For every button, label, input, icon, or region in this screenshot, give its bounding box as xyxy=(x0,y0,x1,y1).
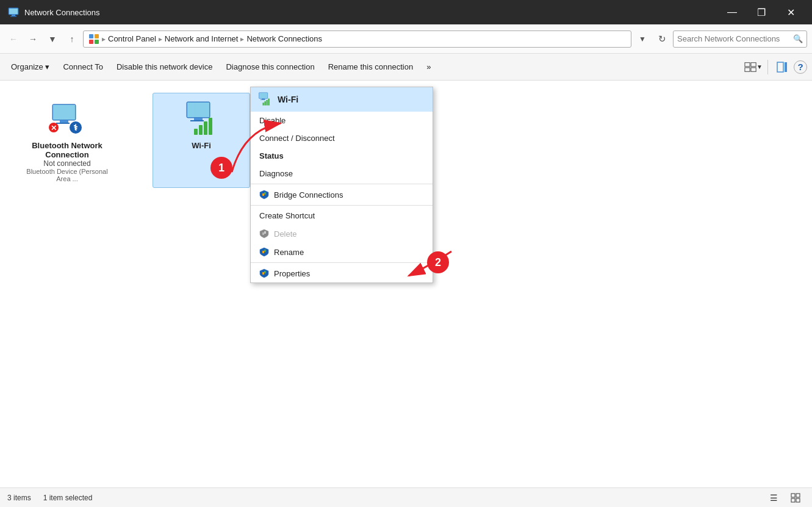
svg-rect-53 xyxy=(262,272,264,275)
up-button[interactable]: ↑ xyxy=(63,31,81,48)
window-controls: — ❐ ✕ xyxy=(718,3,805,21)
svg-rect-40 xyxy=(259,93,268,98)
refresh-button[interactable]: ↻ xyxy=(653,31,670,48)
context-menu-create-shortcut[interactable]: Create Shortcut xyxy=(251,207,433,225)
connect-to-button[interactable]: Connect To xyxy=(57,57,109,77)
details-pane-button[interactable] xyxy=(773,58,791,76)
svg-rect-16 xyxy=(60,120,68,123)
svg-rect-15 xyxy=(53,105,75,120)
path-control-panel[interactable]: Control Panel xyxy=(108,34,156,43)
address-path: ▸ Control Panel ▸ Network and Internet ▸… xyxy=(83,31,631,48)
svg-rect-49 xyxy=(262,232,264,235)
window-title: Network Connections xyxy=(24,8,718,17)
context-menu-diagnose[interactable]: Diagnose xyxy=(251,165,433,182)
diagnose-button[interactable]: Diagnose this connection xyxy=(220,57,320,77)
title-bar-icon xyxy=(7,6,20,18)
context-menu-title: Wi-Fi xyxy=(278,95,298,104)
status-list-view[interactable]: ☰ xyxy=(764,489,783,507)
svg-rect-46 xyxy=(263,102,264,106)
path-dropdown-button[interactable]: ▼ xyxy=(634,31,651,48)
path-sep-3: ▸ xyxy=(240,35,244,43)
bluetooth-icon: ✕ ⚕ xyxy=(48,98,87,137)
maximize-button[interactable]: ❐ xyxy=(747,3,775,21)
control-panel-icon xyxy=(88,34,99,45)
context-menu-status[interactable]: Status xyxy=(251,147,433,165)
svg-rect-58 xyxy=(796,494,800,497)
svg-rect-5 xyxy=(95,34,99,38)
svg-text:⚕: ⚕ xyxy=(73,123,78,132)
search-icon: 🔍 xyxy=(793,34,803,43)
view-options-icon xyxy=(744,62,756,73)
context-menu-sep-2 xyxy=(251,205,433,206)
toolbar-separator xyxy=(767,60,768,74)
disable-button[interactable]: Disable this network device xyxy=(110,57,219,77)
path-sep-1: ▸ xyxy=(102,35,106,43)
context-menu-header: Wi-Fi xyxy=(251,87,433,112)
svg-rect-23 xyxy=(187,102,209,117)
status-bar: 3 items 1 item selected ☰ xyxy=(0,487,812,507)
help-button[interactable]: ? xyxy=(794,60,807,74)
svg-rect-2 xyxy=(10,16,16,17)
main-content: ✕ ⚕ Bluetooth Network Connection Not con… xyxy=(0,81,812,487)
svg-rect-29 xyxy=(194,129,198,135)
path-sep-2: ▸ xyxy=(159,35,162,43)
context-menu-connect-disconnect[interactable]: Connect / Disconnect xyxy=(251,129,433,147)
search-input[interactable] xyxy=(677,34,793,43)
rename-button[interactable]: Rename this connection xyxy=(322,57,419,77)
svg-rect-9 xyxy=(751,62,756,66)
forward-button[interactable]: → xyxy=(24,31,41,48)
more-button[interactable]: » xyxy=(420,57,437,77)
svg-rect-50 xyxy=(264,231,266,234)
path-network-connections[interactable]: Network Connections xyxy=(246,34,322,43)
context-menu-bridge[interactable]: Bridge Connections xyxy=(251,185,433,204)
back-button[interactable]: ← xyxy=(5,31,22,48)
minimize-button[interactable]: — xyxy=(718,3,746,21)
shield-icon-delete xyxy=(259,229,269,239)
svg-rect-42 xyxy=(260,99,265,100)
network-item-wifi[interactable]: Wi-Fi xyxy=(153,93,250,188)
svg-rect-59 xyxy=(791,498,795,502)
details-pane-icon xyxy=(777,62,788,73)
disable-label: Disable xyxy=(259,116,286,125)
toolbar: Organize ▾ Connect To Disable this netwo… xyxy=(0,54,812,81)
svg-rect-6 xyxy=(89,40,93,44)
context-menu-disable[interactable]: Disable xyxy=(251,112,433,129)
bridge-label: Bridge Connections xyxy=(274,190,343,200)
svg-rect-57 xyxy=(791,494,795,497)
shield-icon-bridge xyxy=(259,190,269,200)
context-menu-wifi-icon xyxy=(258,92,273,107)
status-tile-view[interactable] xyxy=(786,489,805,507)
context-menu-sep-1 xyxy=(251,184,433,184)
svg-rect-8 xyxy=(745,62,750,66)
svg-rect-43 xyxy=(265,101,266,106)
address-bar: ← → ▼ ↑ ▸ Control Panel ▸ Network and In… xyxy=(0,24,812,54)
svg-rect-17 xyxy=(56,123,70,124)
recent-locations-button[interactable]: ▼ xyxy=(44,31,61,48)
svg-rect-28 xyxy=(209,118,212,135)
svg-rect-47 xyxy=(262,193,264,196)
properties-label: Properties xyxy=(274,269,310,278)
diagnose-label: Diagnose xyxy=(259,169,293,178)
svg-rect-54 xyxy=(264,271,266,273)
shield-icon-properties xyxy=(259,268,269,278)
status-label: Status xyxy=(259,151,284,160)
context-menu-properties[interactable]: Properties xyxy=(251,264,433,282)
network-item-bluetooth[interactable]: ✕ ⚕ Bluetooth Network Connection Not con… xyxy=(18,93,116,188)
svg-rect-44 xyxy=(267,100,268,106)
svg-rect-12 xyxy=(777,62,783,72)
svg-text:✕: ✕ xyxy=(51,124,57,132)
svg-rect-3 xyxy=(9,9,18,14)
svg-rect-1 xyxy=(12,15,15,16)
items-count: 3 items xyxy=(7,494,31,502)
selected-count: 1 item selected xyxy=(43,494,93,502)
close-button[interactable]: ✕ xyxy=(777,3,805,21)
svg-rect-51 xyxy=(262,251,264,253)
svg-rect-26 xyxy=(199,125,203,135)
view-options-button[interactable]: ▼ xyxy=(744,58,763,76)
wifi-icon xyxy=(182,98,221,137)
svg-rect-7 xyxy=(95,40,99,44)
context-menu-rename[interactable]: Rename xyxy=(251,243,433,261)
svg-rect-24 xyxy=(194,118,203,120)
organize-button[interactable]: Organize ▾ xyxy=(5,57,56,77)
path-network-internet[interactable]: Network and Internet xyxy=(165,34,239,43)
